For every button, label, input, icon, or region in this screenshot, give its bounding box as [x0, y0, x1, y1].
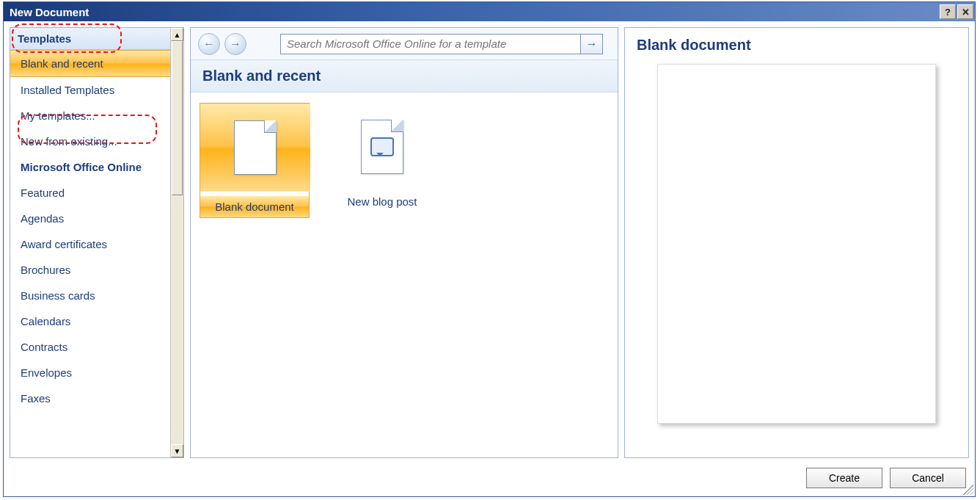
- sidebar-item-contracts[interactable]: Contracts: [10, 334, 170, 360]
- sidebar-list: Blank and recent Installed Templates My …: [10, 50, 183, 457]
- sidebar-item-blank-and-recent[interactable]: Blank and recent: [10, 50, 170, 77]
- new-document-dialog: New Document ? ✕ Templates Blank and rec…: [3, 1, 976, 497]
- sidebar-item-faxes[interactable]: Faxes: [10, 385, 170, 411]
- preview-page: [657, 64, 936, 424]
- sidebar-item-my-templates[interactable]: My templates...: [10, 103, 170, 128]
- arrow-right-icon: →: [230, 37, 241, 51]
- search-wrap: →: [280, 34, 603, 54]
- nav-forward-button[interactable]: →: [224, 33, 246, 55]
- sidebar-item-installed-templates[interactable]: Installed Templates: [10, 77, 170, 103]
- nav-row: ← → →: [191, 28, 618, 60]
- create-button[interactable]: Create: [806, 468, 882, 488]
- window-title: New Document: [10, 6, 938, 18]
- center-pane: ← → → Blank and recent Bla: [190, 27, 618, 458]
- speech-bubble-icon: [370, 137, 394, 156]
- scroll-track[interactable]: [171, 41, 183, 444]
- thumb-icon-box: [200, 104, 310, 192]
- sidebar-item-business-cards[interactable]: Business cards: [10, 283, 170, 308]
- sidebar-section-office-online[interactable]: Microsoft Office Online: [10, 154, 170, 180]
- arrow-left-icon: ←: [203, 37, 215, 51]
- resize-grip-icon[interactable]: [962, 483, 973, 495]
- sidebar-item-calendars[interactable]: Calendars: [10, 308, 170, 334]
- preview-title: Blank document: [637, 37, 957, 54]
- thumb-label: Blank document: [200, 196, 309, 217]
- sidebar-item-agendas[interactable]: Agendas: [10, 206, 170, 231]
- sidebar-item-envelopes[interactable]: Envelopes: [10, 360, 170, 385]
- templates-sidebar: Templates Blank and recent Installed Tem…: [10, 27, 184, 458]
- preview-pane: Blank document: [624, 27, 969, 458]
- search-input[interactable]: [280, 34, 581, 54]
- scroll-up-icon[interactable]: ▲: [171, 28, 183, 41]
- thumb-icon-box: [327, 103, 437, 191]
- arrow-right-icon: →: [586, 37, 598, 51]
- section-title: Blank and recent: [191, 60, 618, 93]
- thumbs-area: Blank document New blog post: [191, 93, 618, 457]
- scroll-down-icon[interactable]: ▼: [171, 444, 183, 457]
- thumb-label: New blog post: [327, 195, 437, 208]
- sidebar-item-brochures[interactable]: Brochures: [10, 257, 170, 283]
- dialog-body: Templates Blank and recent Installed Tem…: [4, 21, 975, 464]
- blog-post-icon: [361, 120, 403, 174]
- cancel-button[interactable]: Cancel: [890, 468, 966, 488]
- document-icon: [234, 120, 277, 175]
- search-go-button[interactable]: →: [581, 34, 603, 54]
- close-button[interactable]: ✕: [957, 4, 973, 19]
- sidebar-scrollbar[interactable]: ▲ ▼: [170, 28, 183, 457]
- sidebar-item-featured[interactable]: Featured: [10, 180, 170, 206]
- scroll-thumb[interactable]: [172, 41, 183, 195]
- nav-back-button[interactable]: ←: [198, 33, 220, 55]
- sidebar-item-award-certificates[interactable]: Award certificates: [10, 231, 170, 257]
- thumb-blank-document[interactable]: Blank document: [200, 103, 310, 218]
- sidebar-item-new-from-existing[interactable]: New from existing...: [10, 128, 170, 154]
- sidebar-header: Templates: [10, 28, 183, 50]
- titlebar: New Document ? ✕: [4, 2, 975, 21]
- help-button[interactable]: ?: [940, 4, 956, 19]
- dialog-footer: Create Cancel: [4, 464, 975, 496]
- thumb-new-blog-post[interactable]: New blog post: [327, 103, 437, 208]
